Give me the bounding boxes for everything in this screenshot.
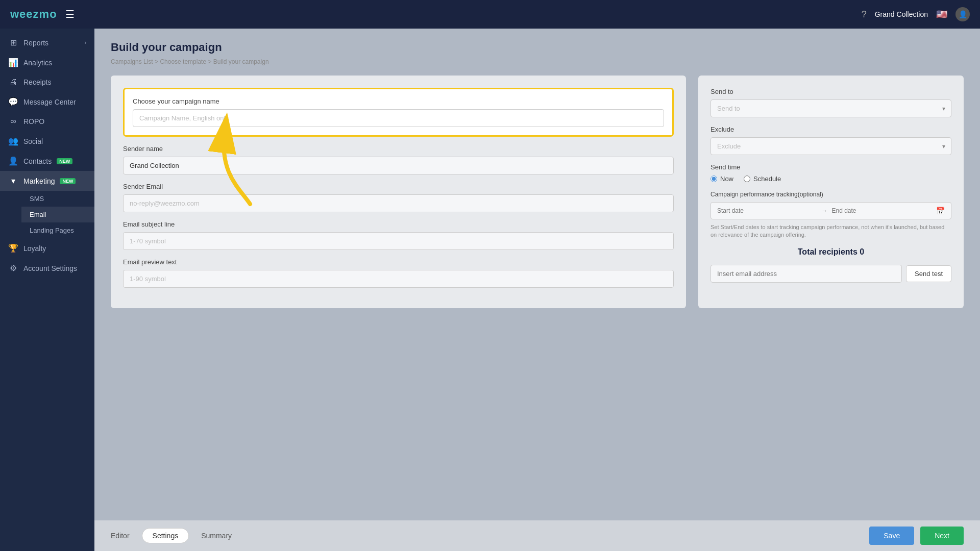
send-test-button[interactable]: Send test [906, 265, 951, 282]
sidebar-item-reports[interactable]: ⊞ Reports › [0, 33, 94, 53]
calendar-icon[interactable]: 📅 [936, 207, 945, 215]
sender-name-section: Sender name [123, 145, 674, 174]
tracking-label: Campaign performance tracking(optional) [710, 191, 951, 198]
help-icon[interactable]: ? [862, 9, 867, 20]
sidebar-item-label: Receipts [23, 78, 51, 86]
loyalty-icon: 🏆 [8, 243, 18, 253]
sidebar-item-social[interactable]: 👥 Social [0, 131, 94, 151]
tabs: Editor Settings Summary [111, 528, 232, 543]
send-now-option[interactable]: Now [710, 175, 733, 183]
analytics-icon: 📊 [8, 58, 18, 67]
reports-icon: ⊞ [8, 38, 18, 47]
email-subject-label: Email subject line [123, 220, 674, 228]
sidebar-item-message-center[interactable]: 💬 Message Center [0, 92, 94, 112]
sidebar-sub-sms[interactable]: SMS [21, 191, 94, 207]
sidebar-item-marketing[interactable]: ▾ Marketing NEW [0, 171, 94, 191]
sidebar-item-loyalty[interactable]: 🏆 Loyalty [0, 238, 94, 258]
total-recipients-count: 0 [860, 247, 864, 256]
schedule-label: Schedule [753, 175, 781, 183]
email-subject-section: Email subject line [123, 220, 674, 250]
sidebar-item-label: Social [23, 137, 43, 145]
sender-email-label: Sender Email [123, 183, 674, 190]
date-arrow-icon: → [822, 207, 828, 214]
sidebar-item-contacts[interactable]: 👤 Contacts NEW [0, 151, 94, 171]
sender-name-input[interactable] [123, 157, 674, 174]
date-range-row: → 📅 [710, 202, 951, 219]
receipts-icon: 🖨 [8, 78, 18, 87]
email-preview-section: Email preview text [123, 258, 674, 288]
tracking-section: Campaign performance tracking(optional) … [710, 191, 951, 239]
next-button[interactable]: Next [920, 527, 964, 545]
save-button[interactable]: Save [869, 527, 914, 545]
total-recipients: Total recipients 0 [710, 247, 951, 257]
campaign-name-section: Choose your campaign name [123, 88, 674, 137]
send-time-label: Send time [710, 163, 951, 171]
sender-email-input[interactable] [123, 194, 674, 212]
breadcrumb-campaigns-list[interactable]: Campaigns List [111, 58, 153, 65]
send-to-label: Send to [710, 88, 951, 95]
content-row: Choose your campaign name Sender name Se… [111, 76, 964, 308]
sidebar-item-label: Loyalty [23, 244, 46, 253]
campaign-name-label: Choose your campaign name [133, 97, 664, 105]
exclude-label: Exclude [710, 126, 951, 133]
sidebar-item-label: Account Settings [23, 264, 77, 272]
send-to-select[interactable]: Send to [710, 99, 951, 117]
sidebar-item-label: Message Center [23, 98, 76, 106]
sidebar-item-label: ROPO [23, 117, 44, 126]
breadcrumb-build-campaign: Build your campaign [213, 58, 269, 65]
left-panel: Choose your campaign name Sender name Se… [111, 76, 686, 308]
schedule-radio[interactable] [744, 176, 750, 182]
avatar[interactable]: 👤 [955, 7, 970, 21]
message-center-icon: 💬 [8, 97, 18, 107]
main-content: Build your campaign Campaigns List > Cho… [94, 29, 980, 551]
total-recipients-label: Total recipients [798, 247, 860, 256]
sidebar-item-receipts[interactable]: 🖨 Receipts [0, 72, 94, 92]
send-test-input[interactable] [710, 265, 902, 283]
sender-name-label: Sender name [123, 145, 674, 153]
sidebar-item-ropo[interactable]: ∞ ROPO [0, 112, 94, 131]
tab-settings[interactable]: Settings [142, 528, 189, 543]
navbar-right: ? Grand Collection 🇺🇸 👤 [862, 7, 970, 21]
email-subject-input[interactable] [123, 232, 674, 250]
sidebar-sub-email[interactable]: Email [21, 207, 94, 222]
tracking-hint: Set Start/End dates to start tracking ca… [710, 223, 951, 239]
marketing-badge: NEW [60, 178, 76, 184]
send-time-section: Send time Now Schedule [710, 163, 951, 183]
tab-editor[interactable]: Editor [111, 529, 130, 543]
exclude-wrapper: Exclude [710, 137, 951, 155]
sender-email-section: Sender Email [123, 183, 674, 212]
schedule-option[interactable]: Schedule [744, 175, 781, 183]
page-title: Build your campaign [111, 41, 964, 54]
exclude-select[interactable]: Exclude [710, 137, 951, 155]
sidebar-item-label: Analytics [23, 59, 52, 67]
navbar-left: weezmo ☰ [10, 8, 75, 21]
end-date-input[interactable] [832, 207, 933, 214]
send-now-label: Now [720, 175, 733, 183]
tab-summary[interactable]: Summary [201, 529, 232, 543]
send-time-options: Now Schedule [710, 175, 951, 183]
contacts-badge: NEW [57, 158, 72, 164]
send-to-wrapper: Send to [710, 99, 951, 117]
start-date-input[interactable] [717, 207, 818, 214]
breadcrumb-choose-template[interactable]: Choose template [160, 58, 206, 65]
marketing-icon: ▾ [8, 176, 18, 186]
send-now-radio[interactable] [710, 176, 717, 182]
bottom-bar: Editor Settings Summary Save Next [94, 520, 980, 551]
sidebar-item-label: Marketing [23, 177, 55, 185]
sidebar-sub-landing-pages[interactable]: Landing Pages [21, 222, 94, 238]
sidebar-item-account-settings[interactable]: ⚙ Account Settings [0, 258, 94, 278]
sidebar-item-label: Contacts [23, 157, 52, 165]
bottom-actions: Save Next [869, 527, 964, 545]
breadcrumb: Campaigns List > Choose template > Build… [111, 58, 964, 65]
email-preview-input[interactable] [123, 270, 674, 288]
flag-icon: 🇺🇸 [936, 9, 947, 20]
exclude-section: Exclude Exclude [710, 126, 951, 155]
campaign-name-input[interactable] [133, 109, 664, 127]
logo: weezmo [10, 8, 57, 21]
hamburger-icon[interactable]: ☰ [65, 8, 75, 20]
social-icon: 👥 [8, 136, 18, 146]
sidebar-item-analytics[interactable]: 📊 Analytics [0, 53, 94, 72]
navbar: weezmo ☰ ? Grand Collection 🇺🇸 👤 [0, 0, 980, 29]
campaign-card: Choose your campaign name Sender name Se… [111, 76, 686, 308]
send-test-row: Send test [710, 265, 951, 283]
